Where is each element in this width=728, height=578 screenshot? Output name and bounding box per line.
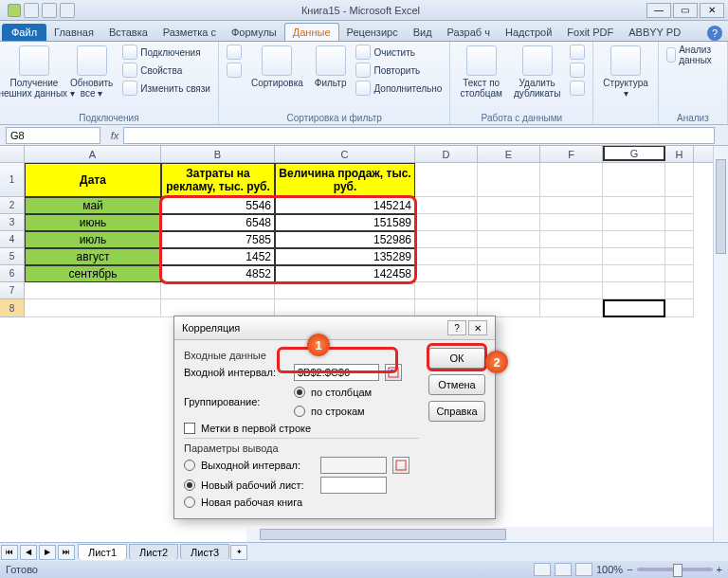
- new-sheet-icon[interactable]: ✦: [230, 545, 247, 560]
- vertical-scrollbar[interactable]: [713, 146, 728, 542]
- row-5[interactable]: 5: [0, 248, 25, 265]
- cell-C3[interactable]: 151589: [275, 214, 415, 231]
- col-E[interactable]: E: [478, 146, 540, 162]
- row-4[interactable]: 4: [0, 231, 25, 248]
- zoom-slider[interactable]: [637, 568, 713, 571]
- ref-edit-icon[interactable]: [385, 364, 402, 381]
- outline-structure[interactable]: Структура ▾: [599, 44, 651, 100]
- tab-review[interactable]: Рецензирс: [339, 24, 406, 41]
- sort[interactable]: Сортировка: [247, 44, 307, 90]
- help-icon[interactable]: ?: [707, 26, 722, 41]
- cell-C2[interactable]: 145214: [275, 197, 415, 214]
- get-external-data[interactable]: Получение внешних данных ▾: [6, 44, 63, 100]
- col-A[interactable]: A: [25, 146, 161, 162]
- cell-A6[interactable]: сентябрь: [25, 265, 161, 282]
- cell-A4[interactable]: июль: [25, 231, 161, 248]
- data-analysis[interactable]: Анализ данных: [664, 44, 721, 66]
- filter[interactable]: Фильтр: [311, 44, 351, 90]
- maximize-button[interactable]: ▭: [673, 3, 698, 18]
- ok-button[interactable]: ОК: [428, 348, 485, 369]
- consolidate[interactable]: [568, 62, 587, 79]
- data-validation[interactable]: [568, 44, 587, 61]
- active-cell-G8[interactable]: [603, 299, 665, 317]
- radio-by-rows[interactable]: по строкам: [294, 406, 372, 417]
- cell-C5[interactable]: 135289: [275, 248, 415, 265]
- radio-output-book[interactable]: Новая рабочая книга: [184, 497, 419, 508]
- sheet-nav-next[interactable]: ▶: [39, 545, 56, 560]
- radio-output-sheet[interactable]: Новый рабочий лист:: [184, 477, 419, 494]
- tab-layout[interactable]: Разметка с: [155, 24, 224, 41]
- refresh-all[interactable]: Обновить все ▾: [66, 44, 117, 100]
- sheet-tab-3[interactable]: Лист3: [180, 544, 229, 560]
- qat-save[interactable]: [24, 3, 39, 18]
- zoom-level[interactable]: 100%: [596, 564, 623, 575]
- cell-A2[interactable]: май: [25, 197, 161, 214]
- text-to-columns[interactable]: Текст по столбцам: [456, 44, 506, 100]
- cell-A3[interactable]: июнь: [25, 214, 161, 231]
- tab-view[interactable]: Вид: [406, 24, 440, 41]
- tab-addin[interactable]: Надстрой: [498, 24, 559, 41]
- zoom-out-icon[interactable]: −: [627, 564, 632, 575]
- row-3[interactable]: 3: [0, 214, 25, 231]
- connections[interactable]: Подключения: [120, 44, 212, 61]
- sheet-tab-2[interactable]: Лист2: [129, 544, 178, 560]
- cell-A1[interactable]: Дата: [25, 163, 161, 197]
- cell-B4[interactable]: 7585: [161, 231, 275, 248]
- cell-B1[interactable]: Затраты на рекламу, тыс. руб.: [161, 163, 275, 197]
- remove-duplicates[interactable]: Удалить дубликаты: [510, 44, 564, 100]
- tab-insert[interactable]: Вставка: [101, 24, 155, 41]
- select-all-corner[interactable]: [0, 146, 25, 162]
- cancel-button[interactable]: Отмена: [428, 374, 485, 395]
- cell-B3[interactable]: 6548: [161, 214, 275, 231]
- clear-filter[interactable]: Очистить: [354, 44, 444, 61]
- close-button[interactable]: ✕: [700, 3, 724, 18]
- view-pagebreak-icon[interactable]: [575, 563, 592, 576]
- radio-by-cols[interactable]: по столбцам: [294, 387, 372, 398]
- input-range-field[interactable]: [294, 364, 379, 381]
- radio-output-range[interactable]: Выходной интервал:: [184, 457, 419, 474]
- tab-foxit[interactable]: Foxit PDF: [559, 24, 621, 41]
- fx-icon[interactable]: fx: [106, 127, 123, 144]
- row-1[interactable]: 1: [0, 163, 25, 197]
- whatif[interactable]: [568, 80, 587, 97]
- advanced-filter[interactable]: Дополнительно: [354, 80, 444, 97]
- cell-C6[interactable]: 142458: [275, 265, 415, 282]
- view-normal-icon[interactable]: [534, 563, 551, 576]
- col-C[interactable]: C: [275, 146, 415, 162]
- properties[interactable]: Свойства: [120, 62, 212, 79]
- cell-B5[interactable]: 1452: [161, 248, 275, 265]
- col-B[interactable]: B: [161, 146, 275, 162]
- col-D[interactable]: D: [415, 146, 478, 162]
- dialog-close-icon[interactable]: ✕: [468, 320, 487, 335]
- name-box[interactable]: G8: [6, 127, 100, 144]
- cell-A5[interactable]: август: [25, 248, 161, 265]
- horizontal-scrollbar[interactable]: [246, 527, 713, 542]
- tab-abbyy[interactable]: ABBYY PD: [621, 24, 688, 41]
- minimize-button[interactable]: —: [646, 3, 671, 18]
- tab-file[interactable]: Файл: [2, 24, 46, 41]
- sort-asc[interactable]: [225, 44, 244, 61]
- cell-B2[interactable]: 5546: [161, 197, 275, 214]
- tab-formulas[interactable]: Формулы: [224, 24, 284, 41]
- row-6[interactable]: 6: [0, 265, 25, 282]
- qat-redo[interactable]: [60, 3, 75, 18]
- col-G[interactable]: G: [603, 146, 665, 161]
- tab-home[interactable]: Главная: [46, 24, 101, 41]
- cell-B6[interactable]: 4852: [161, 265, 275, 282]
- sheet-nav-first[interactable]: ⏮: [1, 545, 18, 560]
- zoom-in-icon[interactable]: +: [717, 564, 722, 575]
- cell-C4[interactable]: 152986: [275, 231, 415, 248]
- sort-desc[interactable]: [225, 62, 244, 79]
- sheet-tab-1[interactable]: Лист1: [78, 544, 127, 560]
- tab-data[interactable]: Данные: [284, 23, 339, 41]
- dialog-help-icon[interactable]: ?: [447, 320, 466, 335]
- qat-undo[interactable]: [42, 3, 57, 18]
- edit-links[interactable]: Изменить связи: [120, 80, 212, 97]
- col-H[interactable]: H: [665, 146, 694, 162]
- ref-edit-output-icon[interactable]: [392, 457, 410, 474]
- sheet-nav-prev[interactable]: ◀: [20, 545, 37, 560]
- tab-dev[interactable]: Разраб ч: [440, 24, 498, 41]
- cell-C1[interactable]: Величина продаж, тыс. руб.: [275, 163, 415, 197]
- sheet-nav-last[interactable]: ⏭: [58, 545, 75, 560]
- view-layout-icon[interactable]: [555, 563, 572, 576]
